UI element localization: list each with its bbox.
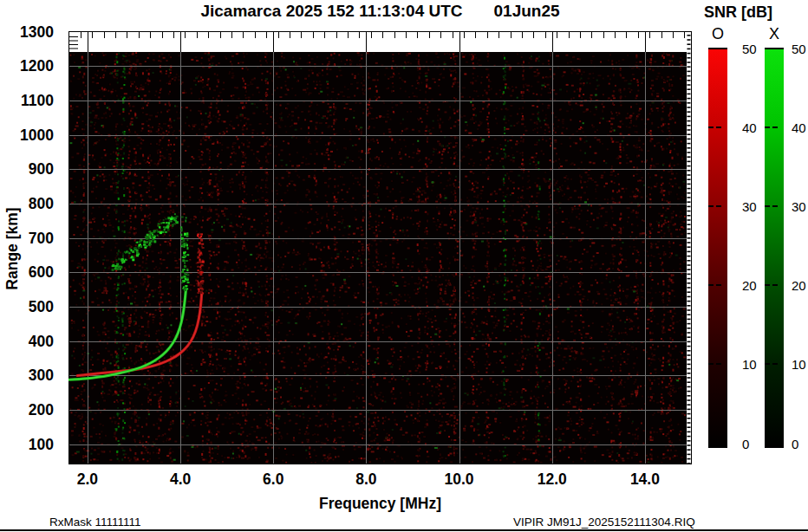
colorbar-tick <box>716 284 721 286</box>
x-tick-label: 8.0 <box>338 471 394 487</box>
y-tick-label: 200 <box>0 402 54 418</box>
colorbar-tick <box>716 205 721 207</box>
y-tick-label: 300 <box>0 367 54 383</box>
colorbar-tick <box>708 48 727 49</box>
x-tick-label: 2.0 <box>60 471 115 487</box>
y-tick-label: 800 <box>0 196 54 211</box>
colorbar-tick-label: 40 <box>792 120 808 135</box>
colorbar-tick-label: 30 <box>792 199 808 214</box>
title-text: Jicamarca 2025 152 11:13:04 UTC <box>200 2 462 20</box>
colorbar-tick <box>772 284 778 286</box>
y-tick-label: 1200 <box>0 58 54 74</box>
ionogram-window: Jicamarca 2025 152 11:13:04 UTC01Jun25 S… <box>0 0 808 532</box>
colorbar-tick <box>765 363 770 365</box>
colorbar-tick <box>708 205 714 207</box>
title-date: 01Jun25 <box>494 2 560 21</box>
ionogram-canvas <box>68 31 692 464</box>
y-tick-label: 600 <box>0 264 54 280</box>
x-tick-label: 10.0 <box>432 471 487 487</box>
colorbar-tick <box>765 205 770 207</box>
file-id-text: VIPIR JM91J_2025152111304.RIQ <box>513 516 695 529</box>
colorbar-tick-label: 0 <box>792 437 808 451</box>
colorbar-tick <box>772 205 778 207</box>
colorbar-title: SNR [dB] <box>704 3 772 22</box>
x-axis-label: Frequency [MHz] <box>68 495 692 513</box>
y-tick-label: 1300 <box>0 24 54 40</box>
bottom-divider <box>0 529 808 531</box>
y-tick-label: 500 <box>0 299 54 315</box>
x-tick-label: 14.0 <box>617 471 673 487</box>
y-tick-label: 100 <box>0 437 54 452</box>
y-tick-label: 1100 <box>0 93 54 108</box>
colorbar-tick <box>765 48 784 49</box>
colorbar-tick <box>772 127 778 128</box>
colorbar-tick <box>716 363 721 365</box>
y-tick-label: 1000 <box>0 127 54 143</box>
colorbar-tick <box>708 127 714 128</box>
colorbar-tick <box>716 127 721 128</box>
colorbar-o <box>708 48 727 448</box>
colorbar-tick <box>765 284 770 286</box>
colorbar-tick <box>765 127 770 128</box>
colorbar-tick <box>708 363 714 365</box>
y-tick-label: 400 <box>0 334 54 349</box>
y-tick-label: 700 <box>0 230 54 246</box>
colorbar-tick <box>772 363 778 365</box>
colorbar-mode-label: X <box>765 25 784 43</box>
y-tick-label: 900 <box>0 161 54 177</box>
page-title: Jicamarca 2025 152 11:13:04 UTC01Jun25 <box>68 2 692 21</box>
colorbar-tick-label: 50 <box>792 42 808 56</box>
colorbar-tick <box>708 284 714 286</box>
colorbar-tick-label: 10 <box>792 357 808 372</box>
x-tick-label: 6.0 <box>245 471 301 487</box>
x-tick-label: 4.0 <box>153 471 208 487</box>
colorbar-mode-label: O <box>708 25 727 43</box>
rx-mask-text: RxMask 11111111 <box>49 516 141 529</box>
x-tick-label: 12.0 <box>525 471 580 487</box>
colorbar-tick-label: 20 <box>792 278 808 293</box>
colorbar-x <box>765 48 784 448</box>
